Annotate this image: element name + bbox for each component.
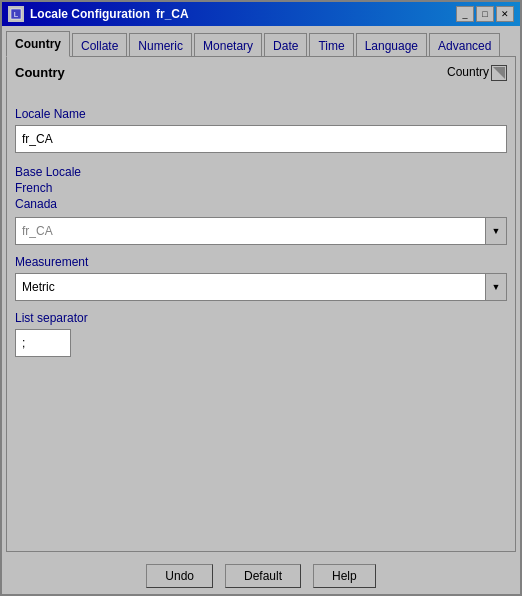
tab-date[interactable]: Date xyxy=(264,33,307,57)
tag-icon xyxy=(491,65,507,81)
close-button[interactable]: ✕ xyxy=(496,6,514,22)
main-window: L Locale Configuration fr_CA _ □ ✕ Count… xyxy=(0,0,522,596)
help-button[interactable]: Help xyxy=(313,564,376,588)
undo-button[interactable]: Undo xyxy=(146,564,213,588)
title-bar-left: L Locale Configuration fr_CA xyxy=(8,6,189,22)
title-controls: _ □ ✕ xyxy=(456,6,514,22)
section-tag-text: Country xyxy=(447,65,489,79)
default-button[interactable]: Default xyxy=(225,564,301,588)
list-separator-label: List separator xyxy=(15,311,507,325)
content-area: Country Country Locale Name Base Locale … xyxy=(6,56,516,552)
base-locale-select-wrapper: fr_CA xyxy=(15,217,507,245)
locale-name-label: Locale Name xyxy=(15,107,507,121)
title-bar: L Locale Configuration fr_CA _ □ ✕ xyxy=(2,2,520,26)
base-locale-line2: Canada xyxy=(15,197,507,211)
measurement-label: Measurement xyxy=(15,255,507,269)
minimize-button[interactable]: _ xyxy=(456,6,474,22)
window-subtitle: fr_CA xyxy=(156,7,189,21)
tab-advanced[interactable]: Advanced xyxy=(429,33,500,57)
tab-country[interactable]: Country xyxy=(6,31,70,57)
tab-bar: Country Collate Numeric Monetary Date Ti… xyxy=(2,26,520,56)
tab-time[interactable]: Time xyxy=(309,33,353,57)
section-tag: Country xyxy=(447,65,507,81)
base-locale-select[interactable]: fr_CA xyxy=(15,217,507,245)
tab-language[interactable]: Language xyxy=(356,33,427,57)
tab-collate[interactable]: Collate xyxy=(72,33,127,57)
section-header: Country Country xyxy=(15,65,507,81)
window-title: Locale Configuration xyxy=(30,7,150,21)
locale-name-input[interactable] xyxy=(15,125,507,153)
maximize-button[interactable]: □ xyxy=(476,6,494,22)
tab-monetary[interactable]: Monetary xyxy=(194,33,262,57)
base-locale-label: Base Locale xyxy=(15,165,507,179)
measurement-select[interactable]: Metric xyxy=(15,273,507,301)
section-title: Country xyxy=(15,65,65,80)
svg-text:L: L xyxy=(14,10,19,19)
bottom-buttons: Undo Default Help xyxy=(2,556,520,594)
window-icon: L xyxy=(8,6,24,22)
tab-numeric[interactable]: Numeric xyxy=(129,33,192,57)
list-separator-input[interactable] xyxy=(15,329,71,357)
svg-marker-2 xyxy=(493,67,505,79)
base-locale-line1: French xyxy=(15,181,507,195)
measurement-select-wrapper: Metric xyxy=(15,273,507,301)
